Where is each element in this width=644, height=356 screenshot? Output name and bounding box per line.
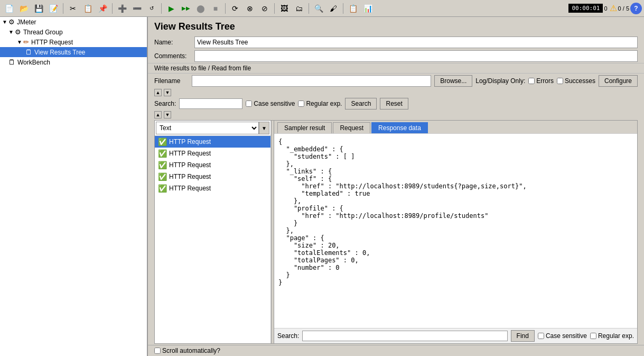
sep7 <box>343 3 343 14</box>
clear-button[interactable]: ↺ <box>145 2 158 15</box>
scroll-auto-checkbox[interactable] <box>154 348 161 354</box>
new-button[interactable]: 📄 <box>2 2 16 15</box>
img2-button[interactable]: 🗂 <box>292 2 306 15</box>
tree-item-thread-group[interactable]: ▼ ⚙ Thread Group <box>0 27 147 37</box>
filename-input[interactable] <box>192 75 431 87</box>
successes-checkbox[interactable] <box>557 78 563 84</box>
regular-exp-checkbox[interactable] <box>298 101 304 107</box>
help-button[interactable]: ? <box>630 3 642 14</box>
counter-display: 0 / 5 <box>618 5 629 12</box>
name-label: Name: <box>154 39 191 46</box>
name-input[interactable] <box>194 36 638 48</box>
copy-button[interactable]: 📋 <box>81 2 95 15</box>
expand-arrow-tg: ▼ <box>8 29 14 35</box>
add-button[interactable]: ➕ <box>115 2 129 15</box>
case-sensitive-text: Case sensitive <box>254 100 295 107</box>
tree-item-http-request-parent[interactable]: ▼ ✏ HTTP Request <box>0 37 147 47</box>
comments-label: Comments: <box>154 52 191 60</box>
tree-item-jmeter[interactable]: ▼ ⚙ JMeter <box>0 17 147 27</box>
result-ok-icon: ✅ <box>158 184 167 193</box>
response-case-sensitive-text: Case sensitive <box>546 332 587 340</box>
request-tab[interactable]: Request <box>333 122 370 133</box>
successes-label: Successes <box>565 77 595 85</box>
tabs-row: Sampler result Request Response data <box>274 121 637 134</box>
scroll-down-btn2[interactable]: ▼ <box>164 111 171 118</box>
panel-title: View Results Tree <box>148 17 644 35</box>
save-button[interactable]: 💾 <box>32 2 45 15</box>
run-button[interactable]: ▶ <box>164 2 178 15</box>
result-item[interactable]: ✅ HTTP Request <box>155 171 270 182</box>
save-as-button[interactable]: 📝 <box>46 2 60 15</box>
search-label: Search: <box>154 100 176 107</box>
configure-button[interactable]: Configure <box>599 75 638 87</box>
open-button[interactable]: 📂 <box>17 2 31 15</box>
reset-button[interactable]: Reset <box>380 98 408 109</box>
result-item-label: HTTP Request <box>169 138 211 145</box>
sep4 <box>225 3 226 14</box>
brush-button[interactable]: 🖌 <box>326 2 340 15</box>
dropdown-arrow-button[interactable]: ▼ <box>259 122 269 134</box>
result-item-label: HTTP Request <box>169 173 211 180</box>
cut-button[interactable]: ✂ <box>66 2 80 15</box>
browse-button[interactable]: Browse... <box>434 75 472 87</box>
sep1 <box>63 3 63 14</box>
result-item-label: HTTP Request <box>169 150 211 157</box>
scroll-arrows-row: ▲ ▼ <box>148 88 644 97</box>
remove-button[interactable]: ➖ <box>130 2 144 15</box>
search-row: Search: Case sensitive Regular exp. Sear… <box>148 97 644 111</box>
results-type-select[interactable]: Text <box>156 122 259 134</box>
response-case-sensitive-checkbox[interactable] <box>538 333 544 339</box>
result-ok-icon: ✅ <box>158 172 167 181</box>
response-content: { "_embedded" : { "students" : [ ] }, "_… <box>274 134 637 328</box>
tree-label-workbench: WorkBench <box>17 59 50 66</box>
filename-label: Filename <box>154 77 189 85</box>
comments-row: Comments: <box>148 49 644 63</box>
http-request-parent-icon: ✏ <box>23 38 29 46</box>
name-row: Name: <box>148 35 644 49</box>
remote-stop-button[interactable]: ⊗ <box>243 2 257 15</box>
warning-count: 0 <box>604 5 607 12</box>
remote-stop2-button[interactable]: ⊘ <box>258 2 272 15</box>
scroll-down-btn[interactable]: ▼ <box>164 89 171 96</box>
result-item-label: HTTP Request <box>169 161 211 169</box>
tree-item-view-results-tree[interactable]: 🗒 View Results Tree <box>0 47 147 57</box>
case-sensitive-label: Case sensitive <box>246 100 295 107</box>
errors-label: Errors <box>536 77 554 85</box>
stop-now-button[interactable]: ■ <box>209 2 222 15</box>
scroll-up-btn[interactable]: ▲ <box>154 89 162 96</box>
errors-checkbox[interactable] <box>528 78 535 84</box>
log-display-label: Log/Display Only: <box>475 77 525 85</box>
result-item[interactable]: ✅ HTTP Request <box>155 182 270 194</box>
comments-input[interactable] <box>194 50 638 62</box>
warning-display: 0 ⚠ <box>604 3 617 13</box>
result-item[interactable]: ✅ HTTP Request <box>155 136 270 148</box>
response-regular-exp-checkbox[interactable] <box>590 333 596 339</box>
tree-item-workbench[interactable]: 🗒 WorkBench <box>0 57 147 67</box>
paste-button[interactable]: 📌 <box>96 2 109 15</box>
list2-button[interactable]: 📊 <box>361 2 375 15</box>
scroll-auto-text: Scroll automatically? <box>162 347 220 354</box>
list-button[interactable]: 📋 <box>346 2 360 15</box>
result-item[interactable]: ✅ HTTP Request <box>155 148 270 159</box>
sampler-result-tab[interactable]: Sampler result <box>277 122 332 133</box>
stop-button[interactable]: ⬤ <box>194 2 208 15</box>
expand-arrow-hr: ▼ <box>17 39 22 45</box>
search-button[interactable]: Search <box>345 98 377 109</box>
img1-button[interactable]: 🖼 <box>277 2 291 15</box>
response-search-input[interactable] <box>302 331 507 341</box>
toolbar: 📄 📂 💾 📝 ✂ 📋 📌 ➕ ➖ ↺ ▶ ▶▶ ⬤ ■ ⟳ ⊗ ⊘ 🖼 🗂 🔍… <box>0 0 644 17</box>
thread-group-icon: ⚙ <box>15 28 21 36</box>
sep3 <box>161 3 162 14</box>
response-data-tab[interactable]: Response data <box>371 122 428 133</box>
case-sensitive-checkbox[interactable] <box>246 101 252 107</box>
scroll-arrows-row2: ▲ ▼ <box>148 111 644 119</box>
find-button[interactable]: Find <box>511 330 535 342</box>
search-toolbar-button[interactable]: 🔍 <box>312 2 325 15</box>
remote-run-button[interactable]: ⟳ <box>228 2 242 15</box>
result-item[interactable]: ✅ HTTP Request <box>155 159 270 171</box>
run-all-button[interactable]: ▶▶ <box>179 2 193 15</box>
scroll-up-btn2[interactable]: ▲ <box>154 111 162 118</box>
result-item-label: HTTP Request <box>169 185 211 192</box>
search-input[interactable] <box>179 98 242 109</box>
results-list: ✅ HTTP Request ✅ HTTP Request ✅ HTTP Req… <box>155 136 270 343</box>
